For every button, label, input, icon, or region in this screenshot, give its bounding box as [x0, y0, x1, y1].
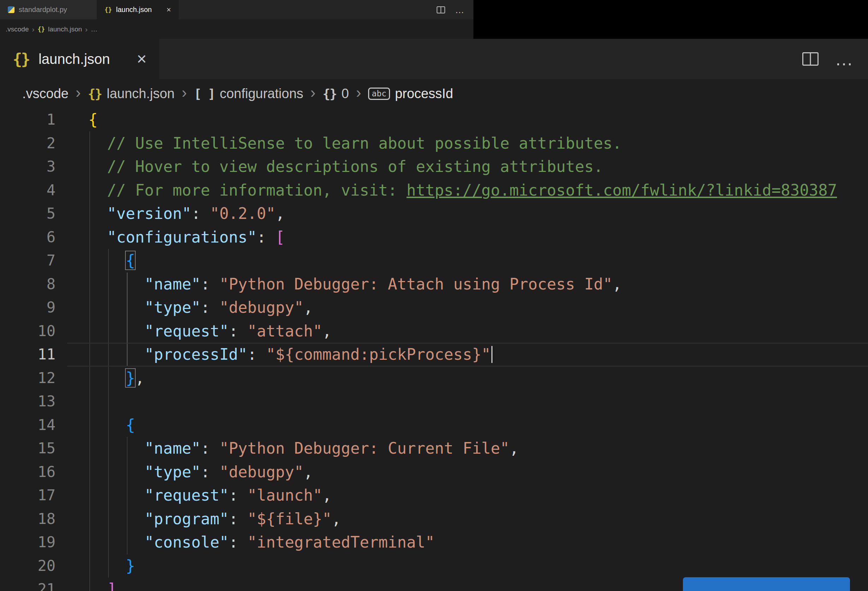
breadcrumb-item-launch-json[interactable]: launch.json	[48, 25, 82, 33]
code-editor[interactable]: 1{2 // Use IntelliSense to learn about p…	[0, 108, 868, 591]
code-token: :	[201, 298, 219, 316]
code-line[interactable]: 12 },	[0, 367, 868, 390]
object-symbol-icon: {}	[323, 87, 336, 101]
code-line[interactable]: 11 "processId": "${command:pickProcess}"	[0, 343, 868, 367]
code-line[interactable]: 1{	[0, 108, 868, 132]
code-line[interactable]: 5 "version": "0.2.0",	[0, 202, 868, 225]
code-line[interactable]: 17 "request": "launch",	[0, 484, 868, 507]
breadcrumb-item-more[interactable]: …	[91, 25, 97, 33]
code-line[interactable]: 14 {	[0, 413, 868, 437]
text-cursor	[492, 346, 493, 363]
line-content[interactable]: }	[56, 554, 868, 578]
line-number[interactable]: 19	[0, 531, 56, 554]
split-editor-icon[interactable]	[802, 52, 819, 66]
line-content[interactable]: // Hover to view descriptions of existin…	[56, 155, 868, 178]
line-number[interactable]: 7	[0, 249, 56, 273]
code-line[interactable]: 6 "configurations": [	[0, 225, 868, 249]
mini-tab-launch-json[interactable]: {} launch.json ×	[97, 0, 179, 19]
breadcrumb-item-vscode[interactable]: .vscode	[6, 25, 29, 33]
line-content[interactable]: "request": "launch",	[56, 484, 868, 507]
line-content[interactable]: {	[56, 108, 868, 132]
line-number[interactable]: 9	[0, 296, 56, 320]
add-configuration-button[interactable]	[683, 577, 850, 591]
breadcrumb-item-0[interactable]: {} 0	[323, 86, 349, 101]
line-content[interactable]: {	[56, 249, 868, 273]
code-line[interactable]: 16 "type": "debugpy",	[0, 460, 868, 484]
line-number[interactable]: 21	[0, 578, 56, 591]
line-number[interactable]: 10	[0, 320, 56, 343]
code-line[interactable]: 4 // For more information, visit: https:…	[0, 178, 868, 202]
split-editor-icon[interactable]	[437, 6, 445, 13]
code-line[interactable]: 19 "console": "integratedTerminal"	[0, 531, 868, 554]
line-number[interactable]: 4	[0, 178, 56, 202]
line-number[interactable]: 6	[0, 225, 56, 249]
code-line[interactable]: 10 "request": "attach",	[0, 320, 868, 343]
line-number[interactable]: 12	[0, 367, 56, 390]
code-line[interactable]: 3 // Hover to view descriptions of exist…	[0, 155, 868, 178]
code-token: "request"	[145, 322, 229, 340]
code-line[interactable]: 8 "name": "Python Debugger: Attach using…	[0, 273, 868, 296]
breadcrumb-item-configurations[interactable]: [ ] configurations	[194, 86, 304, 101]
close-tab-icon[interactable]: ×	[137, 50, 147, 68]
breadcrumb-item-launch-json[interactable]: {} launch.json	[88, 86, 175, 101]
breadcrumb-item-processid[interactable]: abc processId	[368, 86, 453, 101]
zoomed-editor: {} launch.json × … .vscode › {} launch.j…	[0, 39, 868, 591]
line-number[interactable]: 5	[0, 202, 56, 225]
code-token: "console"	[145, 533, 229, 551]
breadcrumb-item-vscode[interactable]: .vscode	[22, 86, 68, 101]
code-line[interactable]: 2 // Use IntelliSense to learn about pos…	[0, 132, 868, 155]
line-content[interactable]: // Use IntelliSense to learn about possi…	[56, 132, 868, 155]
line-number[interactable]: 1	[0, 108, 56, 132]
close-tab-icon[interactable]: ×	[167, 5, 171, 15]
line-content[interactable]: "version": "0.2.0",	[56, 202, 868, 225]
line-content[interactable]: "type": "debugpy",	[56, 296, 868, 320]
line-content[interactable]: "name": "Python Debugger: Attach using P…	[56, 273, 868, 296]
line-content[interactable]: "console": "integratedTerminal"	[56, 531, 868, 554]
line-content[interactable]: "program": "${file}",	[56, 507, 868, 531]
code-line[interactable]: 13	[0, 390, 868, 413]
tab-launch-json[interactable]: {} launch.json ×	[0, 39, 159, 79]
mini-tab-label: standardplot.py	[19, 6, 67, 14]
code-token	[88, 275, 145, 293]
line-content[interactable]	[56, 390, 868, 413]
line-content[interactable]: "configurations": [	[56, 225, 868, 249]
line-content[interactable]: // For more information, visit: https://…	[56, 178, 868, 202]
line-number[interactable]: 17	[0, 484, 56, 507]
line-number[interactable]: 11	[0, 343, 56, 367]
code-line[interactable]: 20 }	[0, 554, 868, 578]
line-content[interactable]: },	[56, 367, 868, 390]
more-actions-icon[interactable]: …	[835, 50, 853, 68]
code-line[interactable]: 15 "name": "Python Debugger: Current Fil…	[0, 437, 868, 460]
code-token	[88, 439, 145, 457]
mini-tab-label: launch.json	[116, 6, 152, 14]
line-content[interactable]: "name": "Python Debugger: Current File",	[56, 437, 868, 460]
code-token	[88, 580, 107, 591]
line-number[interactable]: 14	[0, 413, 56, 437]
line-number[interactable]: 18	[0, 507, 56, 531]
code-token: :	[229, 322, 247, 340]
line-number[interactable]: 13	[0, 390, 56, 413]
line-number[interactable]: 3	[0, 155, 56, 178]
code-lines[interactable]: 1{2 // Use IntelliSense to learn about p…	[0, 108, 868, 591]
line-number[interactable]: 15	[0, 437, 56, 460]
line-content[interactable]: {	[56, 413, 868, 437]
line-content[interactable]: "request": "attach",	[56, 320, 868, 343]
code-line[interactable]: 7 {	[0, 249, 868, 273]
python-file-icon	[8, 6, 15, 13]
line-content[interactable]: "processId": "${command:pickProcess}"	[56, 343, 868, 367]
line-number[interactable]: 16	[0, 460, 56, 484]
line-number[interactable]: 20	[0, 554, 56, 578]
line-number[interactable]: 8	[0, 273, 56, 296]
comment-link[interactable]: https://go.microsoft.com/fwlink/?linkid=…	[407, 181, 837, 199]
mini-tab-standardplot[interactable]: standardplot.py	[0, 0, 97, 19]
code-token: "processId"	[145, 345, 247, 363]
more-actions-icon[interactable]: …	[455, 5, 464, 15]
chevron-right-icon: ›	[32, 25, 34, 34]
line-number[interactable]: 2	[0, 132, 56, 155]
code-line[interactable]: 9 "type": "debugpy",	[0, 296, 868, 320]
line-content[interactable]: "type": "debugpy",	[56, 460, 868, 484]
code-line[interactable]: 18 "program": "${file}",	[0, 507, 868, 531]
code-token: "program"	[145, 510, 229, 528]
editor-tab-bar: {} launch.json × …	[0, 39, 868, 79]
chevron-right-icon: ›	[356, 85, 362, 100]
